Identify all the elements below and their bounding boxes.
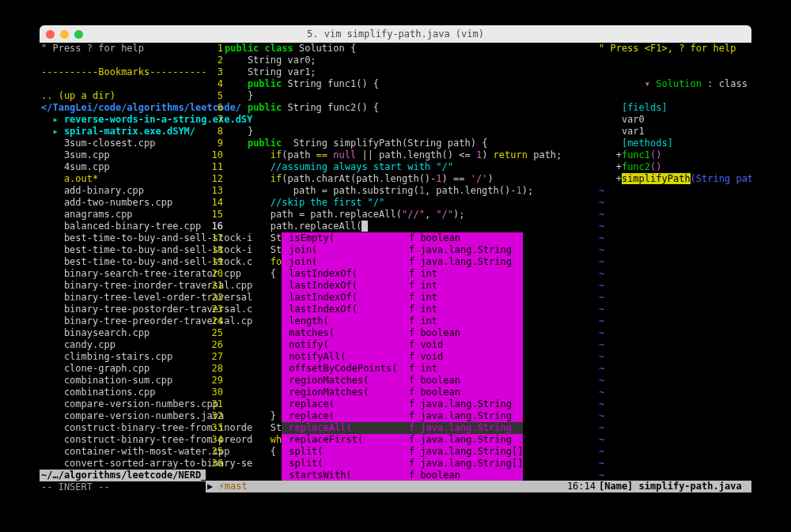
code-text: }: [225, 126, 253, 138]
line-number: 6: [206, 102, 225, 114]
nerdtree-file[interactable]: best-time-to-buy-and-sell-stock-i: [40, 232, 206, 244]
line-number: 26: [206, 339, 225, 351]
code-pane[interactable]: 1public class Solution {2 String var0;3 …: [206, 43, 597, 504]
code-line[interactable]: 12 if(path.charAt(path.length()-1) == '/…: [206, 173, 597, 185]
nerdtree-file[interactable]: climbing-stairs.cpp: [40, 351, 206, 363]
titlebar: 5. vim simplify-path.java (vim): [40, 25, 751, 43]
completion-item[interactable]: replaceFirst( f java.lang.String: [282, 434, 523, 446]
nerdtree-file[interactable]: binary-tree-preorder-traversal.cp: [40, 315, 206, 327]
nerdtree-file[interactable]: container-with-most-water.cpp: [40, 446, 206, 458]
nerdtree-file[interactable]: add-two-numbers.cpp: [40, 197, 206, 209]
completion-item[interactable]: split( f java.lang.String[]: [282, 446, 523, 458]
nerdtree-file[interactable]: 3sum-closest.cpp: [40, 138, 206, 149]
nerdtree-file[interactable]: compare-version-numbers.java: [40, 410, 206, 422]
nerdtree-file[interactable]: best-time-to-buy-and-sell-stock-i: [40, 244, 206, 256]
tagbar-class[interactable]: ▾ Solution : class: [597, 66, 751, 102]
completion-item[interactable]: join( f java.lang.String: [282, 256, 523, 268]
tagbar-method[interactable]: +simplifyPath(String path): [597, 173, 751, 185]
completion-item[interactable]: split( f java.lang.String[]: [282, 458, 523, 470]
nerdtree-file[interactable]: binary-tree-postorder-traversal.c: [40, 304, 206, 315]
code-line[interactable]: 11 //assuming always start with "/": [206, 161, 597, 173]
code-line[interactable]: 8 }: [206, 126, 597, 138]
nerdtree-file[interactable]: a.out*: [40, 173, 206, 185]
completion-item[interactable]: notify( f void: [282, 339, 523, 351]
empty-line-marker: ~: [597, 315, 751, 327]
code-line[interactable]: 14 //skip the first "/": [206, 197, 597, 209]
line-number: 5: [206, 90, 225, 102]
line-number: 35: [206, 446, 225, 458]
completion-item[interactable]: regionMatches( f boolean: [282, 387, 523, 398]
nerdtree-file[interactable]: compare-version-numbers.cpp: [40, 398, 206, 410]
line-number: 24: [206, 315, 225, 327]
completion-item[interactable]: join( f java.lang.String: [282, 244, 523, 256]
tagbar-field[interactable]: var0: [597, 114, 751, 126]
nerdtree-updir[interactable]: .. (up a dir): [40, 90, 206, 102]
nerdtree-file[interactable]: binary-tree-inorder-traversal.cpp: [40, 280, 206, 292]
code-line[interactable]: 16 path.replaceAll(: [206, 221, 597, 232]
completion-item[interactable]: offsetByCodePoints( f int: [282, 363, 523, 375]
nerdtree-file[interactable]: combination-sum.cpp: [40, 375, 206, 387]
tagbar-field[interactable]: var1: [597, 126, 751, 138]
nerdtree-dir[interactable]: ▸ spiral-matrix.exe.dSYM/: [40, 126, 206, 138]
completion-item[interactable]: notifyAll( f void: [282, 351, 523, 363]
nerdtree-pane[interactable]: " Press ? for help ----------Bookmarks--…: [40, 43, 206, 504]
nerdtree-file[interactable]: candy.cpp: [40, 339, 206, 351]
tagbar-fields-header[interactable]: [fields]: [597, 102, 751, 114]
nerdtree-file[interactable]: 4sum.cpp: [40, 161, 206, 173]
completion-item[interactable]: matches( f boolean: [282, 327, 523, 339]
nerdtree-status: ~/…/algorithms/leetcode/NERD_tree>: [40, 470, 206, 481]
tagbar-method[interactable]: +func1(): [597, 149, 751, 161]
code-line[interactable]: 9 public String simplifyPath(String path…: [206, 138, 597, 149]
completion-item[interactable]: length( f int: [282, 315, 523, 327]
nerdtree-cwd[interactable]: </TangLei/code/algorithms/leetcode/: [40, 102, 206, 114]
fold-open-icon[interactable]: ▾: [645, 78, 656, 89]
completion-item[interactable]: lastIndexOf( f int: [282, 292, 523, 304]
nerdtree-file[interactable]: add-binary.cpp: [40, 185, 206, 197]
completion-item[interactable]: regionMatches( f boolean: [282, 375, 523, 387]
empty-line-marker: ~: [597, 339, 751, 351]
completion-item[interactable]: lastIndexOf( f int: [282, 268, 523, 280]
nerdtree-file[interactable]: balanced-binary-tree.cpp: [40, 221, 206, 232]
completion-item[interactable]: startsWith( f boolean: [282, 470, 523, 481]
completion-item[interactable]: isEmpty( f boolean: [282, 232, 523, 244]
nerdtree-file[interactable]: 3sum.cpp: [40, 149, 206, 161]
nerdtree-file[interactable]: best-time-to-buy-and-sell-stock.c: [40, 256, 206, 268]
nerdtree-file[interactable]: binary-tree-level-order-traversal: [40, 292, 206, 304]
completion-item[interactable]: lastIndexOf( f int: [282, 280, 523, 292]
nerdtree-file[interactable]: clone-graph.cpp: [40, 363, 206, 375]
nerdtree-file[interactable]: construct-binary-tree-from-inorde: [40, 422, 206, 434]
empty-line-marker: ~: [597, 197, 751, 209]
empty-line-marker: ~: [597, 458, 751, 470]
empty-line-marker: ~: [597, 304, 751, 315]
nerdtree-file[interactable]: construct-binary-tree-from-preord: [40, 434, 206, 446]
code-line[interactable]: 2 String var0;: [206, 55, 597, 66]
nerdtree-file[interactable]: binary-search-tree-iterator.cpp: [40, 268, 206, 280]
line-number: 2: [206, 55, 225, 66]
completion-item[interactable]: replace( f java.lang.String: [282, 398, 523, 410]
completion-item[interactable]: replace( f java.lang.String: [282, 410, 523, 422]
code-line[interactable]: 6 public String func2() {: [206, 102, 597, 114]
completion-popup[interactable]: isEmpty( f boolean join( f java.lang.Str…: [282, 232, 523, 481]
completion-item[interactable]: lastIndexOf( f int: [282, 304, 523, 315]
code-line[interactable]: 5 }: [206, 90, 597, 102]
empty-line-marker: ~: [597, 446, 751, 458]
tagbar-method[interactable]: +func2(): [597, 161, 751, 173]
completion-item[interactable]: replaceAll( f java.lang.String: [282, 422, 523, 434]
nerdtree-file[interactable]: anagrams.cpp: [40, 209, 206, 221]
code-line[interactable]: 3 String var1;: [206, 66, 597, 78]
code-text: public class Solution {: [225, 43, 356, 55]
nerdtree-file[interactable]: combinations.cpp: [40, 387, 206, 398]
tagbar-pane[interactable]: " Press <F1>, ? for help ▾ Solution : cl…: [597, 43, 751, 504]
code-line[interactable]: 10 if(path == null || path.length() <= 1…: [206, 149, 597, 161]
code-text: }: [225, 410, 276, 422]
code-line[interactable]: 7: [206, 114, 597, 126]
nerdtree-file[interactable]: convert-sorted-array-to-binary-se: [40, 458, 206, 470]
nerdtree-file[interactable]: binaysearch.cpp: [40, 327, 206, 339]
code-line[interactable]: 1public class Solution {: [206, 43, 597, 55]
code-line[interactable]: 15 path = path.replaceAll("//", "/");: [206, 209, 597, 221]
tagbar-methods-header[interactable]: [methods]: [597, 138, 751, 149]
code-line[interactable]: 4 public String func1() {: [206, 78, 597, 90]
code-text: path = path.replaceAll("//", "/");: [225, 209, 464, 221]
code-line[interactable]: 13 path = path.substring(1, path.length(…: [206, 185, 597, 197]
nerdtree-dir[interactable]: ▸ reverse-words-in-a-string.exe.dSY: [40, 114, 206, 126]
